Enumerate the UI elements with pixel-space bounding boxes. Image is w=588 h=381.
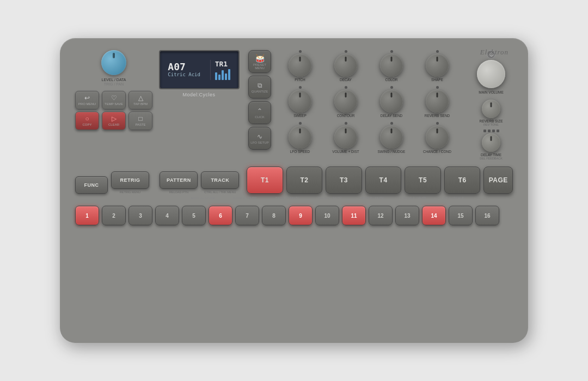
delay-send-knob-group: DELAY SEND [370,86,413,118]
track-t2-button[interactable]: T2 [286,167,323,194]
sweep-knob-group: SWEEP [278,86,322,118]
volume-dist-knob[interactable] [334,126,357,149]
chance-dot [436,122,439,125]
pro-menu-button[interactable]: ↩ PRO MENU [75,91,99,109]
chance-cond-label: CHANCE / COND [423,150,451,153]
step-14-button[interactable]: 14 [422,206,446,225]
page-button[interactable]: PAGE [483,167,513,194]
contour-knob-group: CONTOUR [324,86,367,118]
reverb-send-label: REVERB SEND [425,114,450,118]
delay-time-label: DELAY TIME [481,153,501,157]
arrow-back-icon: ↩ [84,94,90,102]
sweep-knob[interactable] [289,90,311,113]
color-label: COLOR [385,78,397,82]
main-volume-knob[interactable] [477,60,505,88]
clear-button[interactable]: ▷ CLEAR [102,112,126,130]
temp-save-button[interactable]: ♡ TEMP SAVE [102,91,126,109]
step-7-button[interactable]: 7 [235,206,259,225]
heart-icon: ♡ [111,94,117,102]
level-data-knob[interactable] [101,50,126,75]
sweep-dot [299,86,302,89]
lfo-setup-button[interactable]: ∿ LFO SETUP [248,127,271,150]
step-12-button[interactable]: 12 [369,206,393,225]
step-4-button[interactable]: 4 [155,206,179,225]
chance-cond-knob[interactable] [426,126,449,149]
pitch-knob[interactable] [289,54,311,77]
volume-dist-knob-group: VOLUME + DIST [324,122,367,153]
retrig-sublabel: RETRIG MENU [120,190,141,194]
track-sublabel: CTRL ALL / TRK MENU [204,190,236,194]
pitch-label: PITCH [295,78,305,82]
step-10-button[interactable]: 10 [315,206,339,225]
track-t1-label: T1 [261,176,269,184]
shape-label: SHAPE [431,78,443,82]
step-2-button[interactable]: 2 [102,206,126,225]
contour-dot [345,86,347,89]
shape-knob[interactable] [426,54,449,77]
delay-feedback-label: DEL FEEDBACK [480,157,503,160]
step-5-button[interactable]: 5 [182,206,206,225]
track-t3-label: T3 [340,176,348,184]
color-knob[interactable] [380,54,403,77]
paste-button[interactable]: □ PASTE [128,112,152,130]
tap-bpm-button[interactable]: △ TAP BPM [128,91,152,109]
track-t1-button[interactable]: T1 [247,167,283,194]
click-button[interactable]: ⌃ CLICK [248,101,271,124]
track-t6-button[interactable]: T6 [444,167,481,194]
step-15-button[interactable]: 15 [449,206,473,225]
delay-time-knob[interactable] [482,133,500,152]
quantize-button[interactable]: ⧉ QUANTIZE [248,76,271,99]
decay-knob[interactable] [334,54,357,77]
contour-label: CONTOUR [337,114,355,118]
volume-dist-label: VOLUME + DIST [332,150,359,153]
step-16-button[interactable]: 16 [475,206,499,225]
lcd-name: Citric Acid [168,72,200,77]
step-11-button[interactable]: 11 [342,206,366,225]
chance-cond-knob-group: CHANCE / COND [415,122,459,153]
pattern-button[interactable]: PATTERN [160,171,198,189]
track-t4-label: T4 [379,176,388,184]
swing-nudge-knob[interactable] [380,126,403,149]
lfo-speed-dot [299,122,302,125]
swing-dot [390,122,393,125]
decay-knob-group: DECAY [324,50,367,82]
step-9-button[interactable]: 9 [289,206,313,225]
shape-knob-group: SHAPE [415,50,459,82]
track-t3-button[interactable]: T3 [326,167,362,194]
lcd-track: TR1 [215,60,228,68]
delay-send-knob[interactable] [380,90,403,113]
retrig-button[interactable]: RETRIG [111,171,149,189]
track-t5-label: T5 [419,176,427,184]
track-t4-button[interactable]: T4 [365,167,402,194]
page-label: PAGE [489,176,508,184]
func-button[interactable]: FUNC [75,176,108,194]
step-8-button[interactable]: 8 [262,206,286,225]
step-1-button[interactable]: 1 [75,206,99,225]
track-t6-label: T6 [458,176,467,184]
pitch-knob-group: PITCH [278,50,322,82]
step-13-button[interactable]: 13 [395,206,419,225]
reverb-send-knob[interactable] [426,90,449,113]
step-6-button[interactable]: 6 [209,206,232,225]
metro-icon: ⌃ [257,107,262,115]
copy-layers-icon: ⧉ [258,82,262,89]
decay-label: DECAY [340,78,352,82]
contour-knob[interactable] [334,90,357,113]
reverb-size-knob[interactable] [482,100,500,118]
shape-dot [436,50,439,53]
circle-icon: ○ [85,115,89,122]
swing-nudge-knob-group: SWING / NUDGE [370,122,413,153]
copy-button[interactable]: ○ COPY [75,112,99,130]
lcd-preset: A07 [168,62,186,72]
decay-dot [345,50,347,53]
lfo-speed-label: LFO SPEED [290,150,310,153]
t1-sublabel: BANK A / MUTE [183,196,222,200]
reverb-send-dot [436,86,439,89]
model-name: Model:Cycles [182,92,215,97]
step-3-button[interactable]: 3 [128,206,152,225]
track-button[interactable]: TRACK [201,171,239,189]
lfo-speed-knob[interactable] [289,126,311,149]
pitch-dot [299,50,302,53]
track-t5-button[interactable]: T5 [405,167,441,194]
preset-menu-button[interactable]: 🥁 PRESET MENU [248,50,271,73]
